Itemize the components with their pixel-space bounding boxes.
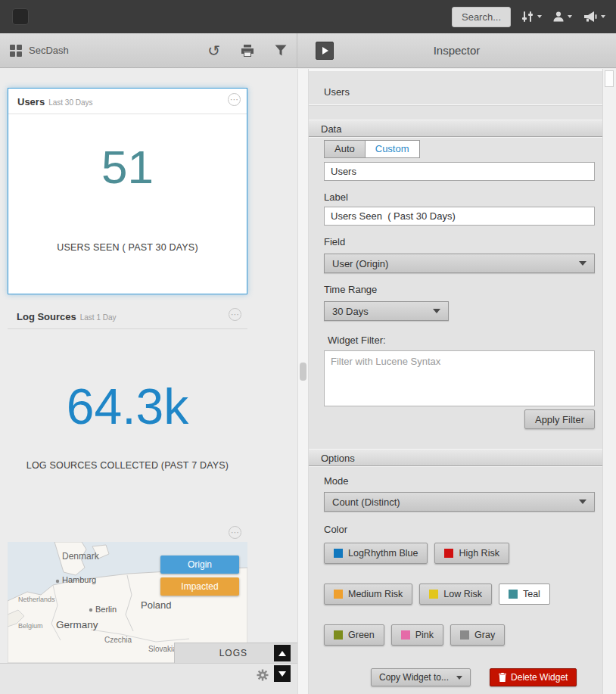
time-range-select-value: 30 Days	[332, 306, 369, 317]
users-value: 51	[8, 140, 247, 194]
filter-settings-menu[interactable]	[521, 11, 542, 23]
divider	[309, 104, 602, 106]
color-row: Green Pink Gray	[324, 624, 595, 646]
color-swatch	[334, 549, 343, 558]
scrollbar-thumb[interactable]	[300, 363, 306, 381]
tab-custom[interactable]: Custom	[365, 140, 420, 158]
widget-users[interactable]: UsersLast 30 Days ⋯ 51 USERS SEEN ( PAST…	[8, 88, 247, 294]
widget-name-input[interactable]	[324, 162, 595, 181]
widget-menu-icon[interactable]: ⋯	[229, 526, 241, 539]
field-select-value: User (Origin)	[332, 258, 388, 269]
color-option-pink[interactable]: Pink	[391, 624, 443, 646]
expand-logs-button[interactable]	[274, 645, 291, 661]
screen: Search...	[0, 0, 616, 694]
field-title: Field	[324, 236, 595, 247]
refresh-icon[interactable]: ↺	[207, 43, 220, 58]
chevron-down-icon	[456, 676, 462, 680]
map-label-country: Germany	[56, 619, 98, 630]
dashboard-panel: UsersLast 30 Days ⋯ 51 USERS SEEN ( PAST…	[0, 69, 297, 694]
widget-subtitle: Last 1 Day	[80, 313, 117, 322]
color-option-logrhythm-blue[interactable]: LogRhythm Blue	[324, 543, 428, 564]
widget-log-sources[interactable]: Log SourcesLast 1 Day ⋯ 64.3k LOG SOURCE…	[8, 303, 247, 515]
content: UsersLast 30 Days ⋯ 51 USERS SEEN ( PAST…	[0, 69, 616, 694]
users-caption: USERS SEEN ( PAST 30 DAYS)	[8, 242, 247, 253]
widget-title: Log Sources	[17, 311, 76, 322]
delete-widget-button[interactable]: Delete Widget	[490, 668, 577, 686]
user-menu[interactable]	[552, 11, 572, 23]
color-swatch	[334, 630, 343, 640]
color-label: High Risk	[459, 548, 499, 559]
color-row: Medium Risk Low Risk Teal	[324, 584, 595, 605]
user-icon	[552, 11, 565, 23]
color-option-teal[interactable]: Teal	[499, 584, 550, 605]
widget-log-sources-header: Log SourcesLast 1 Day ⋯	[8, 303, 247, 329]
color-option-high-risk[interactable]: High Risk	[434, 543, 509, 564]
color-title: Color	[324, 524, 595, 535]
logs-label: LOGS	[219, 648, 247, 658]
widget-menu-icon[interactable]: ⋯	[229, 308, 241, 321]
print-icon[interactable]	[241, 45, 254, 57]
color-option-green[interactable]: Green	[324, 624, 384, 646]
mode-title: Mode	[324, 475, 595, 487]
color-option-medium-risk[interactable]: Medium Risk	[324, 584, 412, 605]
color-swatch	[334, 590, 343, 599]
map-label-country: Slovakia	[148, 645, 177, 653]
legend-impacted-button[interactable]: Impacted	[160, 577, 239, 596]
widget-map[interactable]: ⋯ Denmark	[8, 521, 247, 663]
dashboard-grid-icon[interactable]	[10, 45, 22, 57]
inspector-widget-name: Users	[324, 86, 595, 98]
megaphone-icon	[583, 11, 598, 23]
dashboard-scrollbar[interactable]	[297, 69, 309, 694]
copy-widget-button[interactable]: Copy Widget to...	[371, 668, 471, 686]
legend-origin-button[interactable]: Origin	[160, 556, 239, 574]
color-label: Medium Risk	[348, 589, 403, 599]
search-button[interactable]: Search...	[452, 7, 511, 27]
map-legend: Origin Impacted	[160, 556, 239, 599]
map-label-country: Czechia	[104, 636, 132, 644]
app-logo-icon[interactable]	[12, 8, 29, 25]
color-swatch	[429, 590, 438, 599]
dashboard-bottom-bar	[0, 663, 297, 694]
inspector-panel: Users Data Auto Custom Label Field User …	[309, 69, 616, 694]
toolbar: SecDash ↺ Inspector	[0, 33, 616, 68]
color-label: Teal	[523, 589, 540, 599]
widget-filter-title: Widget Filter:	[324, 335, 595, 346]
arrow-down-icon	[278, 671, 286, 677]
label-field-title: Label	[324, 191, 595, 203]
data-section-header: Data	[309, 120, 602, 137]
chevron-down-icon	[579, 261, 586, 266]
field-select[interactable]: User (Origin)	[324, 254, 595, 273]
announcements-menu[interactable]	[583, 11, 605, 23]
color-option-gray[interactable]: Gray	[450, 624, 505, 646]
widget-title: Users	[17, 96, 45, 107]
time-range-title: Time Range	[324, 284, 595, 295]
apply-filter-button[interactable]: Apply Filter	[524, 409, 595, 429]
filter-funnel-icon[interactable]	[275, 45, 287, 56]
sliders-icon	[521, 11, 534, 23]
mode-select[interactable]: Count (Distinct)	[324, 492, 595, 512]
chevron-down-icon	[579, 499, 586, 504]
color-option-low-risk[interactable]: Low Risk	[419, 584, 492, 605]
collapse-logs-button[interactable]	[274, 665, 291, 682]
color-label: Green	[348, 630, 375, 640]
scrollbar-thumb[interactable]	[605, 70, 614, 87]
options-section-header: Options	[309, 449, 602, 466]
color-swatch	[460, 630, 469, 640]
color-swatch	[401, 630, 410, 640]
map-label-country: Denmark	[62, 551, 99, 562]
dashboard-title: SecDash	[29, 45, 69, 56]
inspector-scrollbar[interactable]	[602, 69, 616, 694]
widget-filter-textarea[interactable]	[324, 350, 595, 406]
log-sources-value: 64.3k	[8, 378, 247, 435]
map-label-city: Berlin	[95, 605, 117, 614]
widget-label-input[interactable]	[324, 207, 595, 226]
map-label-city: Hamburg	[62, 575, 96, 584]
time-range-select[interactable]: 30 Days	[324, 301, 449, 321]
widget-menu-icon[interactable]: ⋯	[228, 93, 241, 106]
gear-icon[interactable]	[257, 669, 269, 681]
inspector-footer: Copy Widget to... Delete Widget	[324, 668, 595, 686]
map-label-country: Poland	[141, 599, 171, 611]
color-row: LogRhythm Blue High Risk	[324, 543, 595, 564]
color-label: Gray	[474, 630, 495, 640]
tab-auto[interactable]: Auto	[324, 140, 366, 158]
